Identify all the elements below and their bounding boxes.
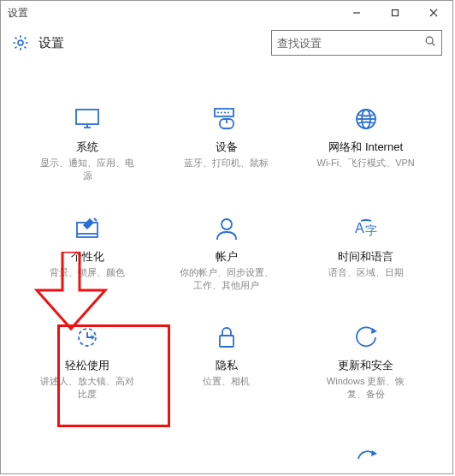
svg-point-14 <box>224 112 226 114</box>
close-button[interactable] <box>414 1 452 25</box>
tile-title: 隐私 <box>216 358 238 373</box>
svg-point-12 <box>217 112 219 114</box>
tile-title: 时间和语言 <box>338 249 393 265</box>
search-box[interactable] <box>271 30 442 56</box>
window-title: 设置 <box>8 6 28 21</box>
close-icon <box>429 9 438 17</box>
partial-refresh-icon <box>352 450 381 469</box>
tile-update-security[interactable]: 更新和安全 Windows 更新、恢 复、备份 <box>296 313 435 423</box>
settings-window: 设置 设置 <box>0 0 453 474</box>
tile-privacy[interactable]: 隐私 位置、相机 <box>157 313 297 423</box>
tile-title: 系统 <box>76 140 98 155</box>
display-icon <box>73 106 102 132</box>
tile-desc: Windows 更新、恢 复、备份 <box>327 375 405 401</box>
svg-rect-1 <box>392 10 398 16</box>
svg-point-13 <box>221 112 222 114</box>
window-controls <box>337 1 452 25</box>
svg-line-6 <box>432 43 434 45</box>
tile-desc: 显示、通知、应用、电 源 <box>40 157 134 182</box>
tile-accounts[interactable]: 帐户 你的帐户、同步设置、 工作、其他用户 <box>157 205 297 314</box>
search-input[interactable] <box>277 31 421 55</box>
devices-icon <box>212 106 241 132</box>
tile-title: 帐户 <box>216 249 238 265</box>
minimize-button[interactable] <box>337 1 375 25</box>
tile-network[interactable]: 网络和 Internet Wi-Fi、飞行模式、VPN <box>296 95 435 205</box>
tile-title: 更新和安全 <box>338 358 393 373</box>
lock-icon <box>212 324 241 350</box>
svg-rect-28 <box>220 336 233 347</box>
maximize-icon <box>391 9 399 17</box>
svg-text:A: A <box>355 221 364 235</box>
globe-icon <box>352 106 381 132</box>
annotation-arrow <box>28 252 114 330</box>
tile-title: 网络和 Internet <box>328 140 403 155</box>
svg-point-15 <box>228 112 229 114</box>
person-icon <box>212 216 241 241</box>
tile-title: 设备 <box>216 140 238 155</box>
tile-desc: 你的帐户、同步设置、 工作、其他用户 <box>180 266 274 292</box>
svg-rect-7 <box>76 110 98 124</box>
tile-devices[interactable]: 设备 蓝牙、打印机、鼠标 <box>157 95 297 205</box>
personalization-icon <box>73 216 102 241</box>
minimize-icon <box>352 9 361 17</box>
maximize-button[interactable] <box>375 1 414 25</box>
tile-desc: Wi-Fi、飞行模式、VPN <box>317 157 415 170</box>
tile-desc: 位置、相机 <box>203 375 250 388</box>
tile-system[interactable]: 系统 显示、通知、应用、电 源 <box>18 95 157 205</box>
svg-point-23 <box>222 219 232 229</box>
svg-marker-29 <box>371 328 377 334</box>
update-icon <box>352 324 381 350</box>
svg-marker-30 <box>371 450 377 456</box>
language-icon: A字 <box>352 216 381 241</box>
annotation-highlight-box <box>57 324 170 427</box>
tile-time-language[interactable]: A字 时间和语言 语音、区域、日期 <box>296 205 435 314</box>
search-icon <box>424 35 436 51</box>
svg-point-4 <box>18 40 23 45</box>
svg-text:字: 字 <box>365 223 377 237</box>
header-row: 设置 <box>1 25 452 61</box>
settings-gear-icon <box>11 33 30 52</box>
svg-point-5 <box>426 37 433 44</box>
tile-desc: 蓝牙、打印机、鼠标 <box>184 157 269 170</box>
title-bar: 设置 <box>1 1 452 25</box>
tile-desc: 语音、区域、日期 <box>328 266 404 279</box>
header-title: 设置 <box>38 35 64 51</box>
